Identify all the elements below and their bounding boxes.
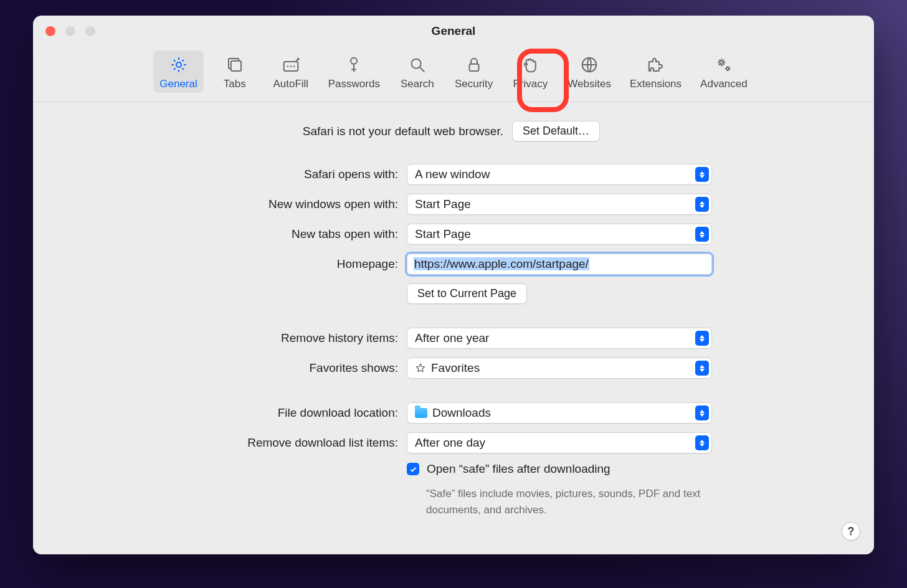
download-location-popup[interactable]: Downloads [407,402,712,424]
chevron-updown-icon [695,361,709,376]
chevron-updown-icon [695,435,709,450]
preferences-window: General General Tabs AutoFill Password [33,16,874,554]
titlebar: General [33,16,874,47]
preferences-toolbar: General Tabs AutoFill Passwords Search [33,47,874,102]
safe-files-subtext: “Safe” files include movies, pictures, s… [407,486,731,518]
set-default-button[interactable]: Set Default… [512,121,600,141]
homepage-label: Homepage: [58,257,407,271]
new-windows-label: New windows open with: [58,197,407,211]
folder-icon [415,408,427,418]
popup-value: Favorites [431,361,480,375]
tab-security[interactable]: Security [449,50,499,93]
tab-label: Websites [567,78,611,90]
default-browser-text: Safari is not your default web browser. [303,125,503,138]
tab-search[interactable]: Search [392,50,442,93]
tab-label: General [159,78,197,90]
svg-point-5 [293,65,295,67]
tab-label: Privacy [513,78,548,90]
help-button[interactable]: ? [842,522,860,541]
opens-with-label: Safari opens with: [58,168,407,181]
tab-autofill[interactable]: AutoFill [266,50,316,93]
remove-history-popup[interactable]: After one year [407,328,712,349]
chevron-updown-icon [695,197,709,212]
homepage-field[interactable]: https://www.apple.com/startpage/ [407,254,712,275]
tab-label: Extensions [630,78,681,90]
tab-label: Tabs [224,78,246,90]
tab-general[interactable]: General [153,50,203,93]
homepage-value: https://www.apple.com/startpage/ [414,257,589,270]
close-window-button[interactable] [45,26,55,36]
remove-downloads-popup[interactable]: After one day [407,432,712,453]
tab-extensions[interactable]: Extensions [624,50,688,93]
globe-icon [579,54,600,75]
general-pane: Safari is not your default web browser. … [33,102,874,554]
tabs-icon [224,54,245,75]
popup-value: After one day [415,436,485,450]
popup-value: Start Page [415,197,471,211]
chevron-updown-icon [695,227,709,242]
chevron-updown-icon [695,331,709,346]
chevron-updown-icon [695,167,709,182]
remove-history-label: Remove history items: [58,331,407,345]
search-icon [407,54,428,75]
tab-label: Security [455,78,493,90]
popup-value: Start Page [415,227,471,241]
star-icon [415,363,426,374]
remove-downloads-label: Remove download list items: [58,436,407,450]
default-browser-row: Safari is not your default web browser. … [58,121,849,141]
tab-privacy[interactable]: Privacy [505,50,555,93]
popup-value: After one year [415,331,489,345]
hand-icon [520,54,541,75]
chevron-updown-icon [695,405,709,420]
tab-passwords[interactable]: Passwords [322,50,386,93]
window-controls [45,26,95,36]
tab-websites[interactable]: Websites [561,50,617,93]
lock-icon [463,54,485,75]
svg-point-11 [726,67,729,70]
checkbox-label: Open “safe” files after downloading [427,462,610,476]
svg-rect-1 [231,61,241,71]
new-tabs-popup[interactable]: Start Page [407,224,712,245]
popup-value: A new window [415,168,490,181]
gear-icon [168,54,189,75]
download-location-label: File download location: [58,406,407,420]
zoom-window-button[interactable] [85,26,95,36]
window-title: General [432,24,476,38]
svg-rect-8 [469,64,478,71]
popup-value: Downloads [432,406,491,420]
gears-icon [713,54,734,75]
svg-point-0 [176,62,181,67]
svg-point-7 [412,59,421,69]
svg-point-10 [719,61,723,65]
favorites-popup[interactable]: Favorites [407,358,712,379]
tab-label: Advanced [700,78,748,90]
checkbox-checked-icon [407,463,419,475]
new-windows-popup[interactable]: Start Page [407,194,712,215]
tab-label: AutoFill [273,78,308,90]
open-safe-files-checkbox[interactable]: Open “safe” files after downloading [407,462,610,476]
tab-label: Passwords [328,78,380,90]
svg-point-3 [287,65,289,67]
opens-with-popup[interactable]: A new window [407,164,712,185]
set-current-page-button[interactable]: Set to Current Page [407,283,527,304]
tab-label: Search [401,78,434,90]
key-icon [343,54,364,75]
favorites-label: Favorites shows: [58,361,407,375]
autofill-icon [280,54,302,75]
minimize-window-button[interactable] [65,26,75,36]
svg-point-4 [290,65,292,67]
puzzle-icon [645,54,667,75]
tab-advanced[interactable]: Advanced [694,50,754,93]
tab-tabs[interactable]: Tabs [210,50,260,93]
new-tabs-label: New tabs open with: [58,227,407,241]
svg-point-6 [351,58,357,64]
